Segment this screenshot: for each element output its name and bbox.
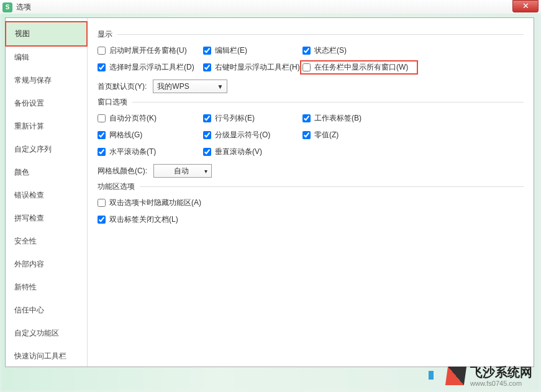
section-title: 功能区选项	[98, 181, 135, 192]
sidebar-item-label: 信任中心	[14, 306, 44, 314]
checkbox-input[interactable]	[302, 47, 311, 55]
sidebar-nav: 视图 编辑 常规与保存 备份设置 重新计算 自定义序列 颜色 错误检查 拼写检查…	[6, 18, 88, 367]
watermark-title: 飞沙系统网	[470, 365, 532, 379]
window-title: 选项	[16, 2, 31, 12]
checkbox-label: 启动时展开任务窗格(U)	[109, 45, 187, 56]
close-button[interactable]: ✕	[512, 0, 539, 12]
checkbox-label: 右键时显示浮动工具栏(H)	[215, 62, 300, 73]
checkbox-dbl-close[interactable]: 双击标签关闭文档(L)	[98, 214, 524, 225]
sidebar-item-new-features[interactable]: 新特性	[6, 276, 87, 299]
sidebar-item-view[interactable]: 视图	[5, 21, 88, 47]
app-icon: S	[2, 2, 12, 12]
section-header-window: 窗口选项	[98, 97, 524, 107]
checkbox-input[interactable]	[302, 63, 311, 71]
accent-decoration	[429, 371, 434, 380]
sidebar-item-label: 颜色	[14, 168, 29, 176]
sidebar-item-label: 快速访问工具栏	[14, 352, 66, 360]
section-title: 窗口选项	[98, 97, 127, 107]
checkbox-label: 状态栏(S)	[314, 45, 347, 56]
checkbox-outline-sym[interactable]: 分级显示符号(O)	[203, 130, 302, 140]
sidebar-item-label: 外部内容	[14, 260, 44, 268]
checkbox-label: 自动分页符(K)	[109, 113, 157, 124]
checkbox-input[interactable]	[203, 148, 211, 156]
chevron-down-icon: ▼	[217, 83, 223, 90]
sidebar-item-qat[interactable]: 快速访问工具栏	[6, 345, 87, 368]
checkbox-dbl-hide[interactable]: 双击选项卡时隐藏功能区(A)	[98, 198, 524, 208]
checkbox-label: 双击选项卡时隐藏功能区(A)	[109, 198, 201, 208]
sidebar-item-recalc[interactable]: 重新计算	[6, 115, 87, 138]
sidebar-item-error-check[interactable]: 错误检查	[6, 184, 87, 207]
select-value: 我的WPS	[157, 81, 189, 92]
checkbox-input[interactable]	[98, 148, 106, 156]
checkbox-label: 工作表标签(B)	[314, 113, 361, 124]
checkbox-gridlines[interactable]: 网格线(G)	[98, 130, 203, 140]
checkbox-input[interactable]	[302, 131, 311, 139]
sidebar-item-backup[interactable]: 备份设置	[6, 92, 87, 115]
checkbox-label: 零值(Z)	[314, 130, 339, 140]
section-header-display: 显示	[98, 29, 524, 40]
sidebar-item-custom-lists[interactable]: 自定义序列	[6, 138, 87, 161]
gridcolor-select[interactable]: 自动 ▾	[153, 164, 212, 178]
checkbox-zero-val[interactable]: 零值(Z)	[302, 130, 402, 140]
sidebar-item-label: 拼写检查	[14, 214, 44, 222]
sidebar-item-label: 自定义序列	[14, 145, 52, 153]
checkbox-label: 网格线(G)	[109, 130, 142, 140]
sidebar-item-label: 视图	[15, 29, 30, 38]
checkbox-float-right[interactable]: 右键时显示浮动工具栏(H)	[203, 62, 302, 73]
checkbox-input[interactable]	[98, 114, 106, 122]
checkbox-status-bar[interactable]: 状态栏(S)	[302, 45, 402, 56]
checkbox-input[interactable]	[98, 216, 106, 224]
checkbox-input[interactable]	[203, 114, 211, 122]
checkbox-label: 垂直滚动条(V)	[215, 147, 262, 157]
sidebar-item-label: 编辑	[14, 53, 29, 62]
checkbox-edit-bar[interactable]: 编辑栏(E)	[203, 45, 302, 56]
watermark: 飞沙系统网 www.fs0745.com	[447, 364, 532, 387]
watermark-sub: www.fs0745.com	[470, 380, 532, 387]
sidebar-item-trust-center[interactable]: 信任中心	[6, 299, 87, 322]
checkbox-label: 行号列标(E)	[215, 113, 255, 124]
checkbox-label: 在任务栏中显示所有窗口(W)	[314, 62, 408, 73]
sidebar-item-label: 新特性	[14, 283, 37, 291]
checkbox-startup-pane[interactable]: 启动时展开任务窗格(U)	[98, 45, 203, 56]
close-icon: ✕	[522, 2, 529, 10]
checkbox-label: 编辑栏(E)	[215, 45, 247, 56]
checkbox-hscroll[interactable]: 水平滚动条(T)	[98, 147, 203, 157]
checkbox-input[interactable]	[98, 199, 106, 207]
checkbox-label: 分级显示符号(O)	[215, 130, 270, 140]
sidebar-item-custom-ribbon[interactable]: 自定义功能区	[6, 322, 87, 345]
checkbox-input[interactable]	[98, 47, 106, 55]
checkbox-label: 水平滚动条(T)	[109, 147, 156, 157]
content-panel: 显示 启动时展开任务窗格(U) 编辑栏(E) 状态栏(S) 选择时显示浮动工具栏…	[88, 18, 534, 367]
sidebar-item-label: 备份设置	[14, 99, 44, 107]
checkbox-input[interactable]	[203, 63, 211, 71]
checkbox-sheet-tabs[interactable]: 工作表标签(B)	[302, 113, 402, 124]
homepage-select[interactable]: 我的WPS ▼	[153, 80, 227, 93]
sidebar-item-general-save[interactable]: 常规与保存	[6, 69, 87, 92]
checkbox-auto-pagebreak[interactable]: 自动分页符(K)	[98, 113, 203, 124]
sidebar-item-security[interactable]: 安全性	[6, 230, 87, 253]
title-bar: S 选项 ✕	[0, 0, 541, 14]
homepage-label: 首页默认页(Y):	[98, 81, 147, 92]
checkbox-input[interactable]	[203, 47, 211, 55]
sidebar-item-color[interactable]: 颜色	[6, 161, 87, 184]
checkbox-label: 选择时显示浮动工具栏(D)	[109, 62, 194, 73]
checkbox-vscroll[interactable]: 垂直滚动条(V)	[203, 147, 302, 157]
options-dialog: 视图 编辑 常规与保存 备份设置 重新计算 自定义序列 颜色 错误检查 拼写检查…	[5, 17, 534, 367]
chevron-down-icon: ▾	[204, 168, 207, 175]
sidebar-item-label: 常规与保存	[14, 76, 52, 84]
checkbox-float-select[interactable]: 选择时显示浮动工具栏(D)	[98, 62, 203, 73]
checkbox-input[interactable]	[98, 63, 106, 71]
section-title: 显示	[98, 29, 112, 40]
checkbox-taskbar-all[interactable]: 在任务栏中显示所有窗口(W)	[302, 62, 414, 73]
select-value: 自动	[158, 166, 204, 176]
checkbox-input[interactable]	[302, 114, 311, 122]
sidebar-item-spell-check[interactable]: 拼写检查	[6, 207, 87, 230]
checkbox-input[interactable]	[98, 131, 106, 139]
sidebar-item-edit[interactable]: 编辑	[6, 46, 87, 69]
sidebar-item-external[interactable]: 外部内容	[6, 253, 87, 276]
section-header-ribbon: 功能区选项	[98, 181, 524, 192]
checkbox-row-col-hdr[interactable]: 行号列标(E)	[203, 113, 302, 124]
sidebar-item-label: 自定义功能区	[14, 329, 59, 337]
checkbox-input[interactable]	[203, 131, 211, 139]
gridcolor-label: 网格线颜色(C):	[98, 166, 147, 176]
